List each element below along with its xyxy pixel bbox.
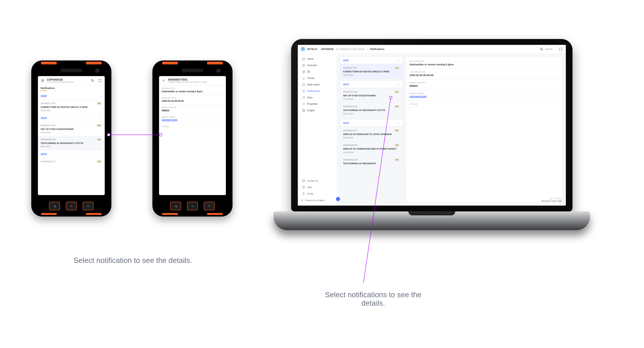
- sidebar-item-contact us[interactable]: Contact us: [299, 178, 336, 184]
- year-header[interactable]: 2020⌄: [38, 92, 105, 100]
- sidebar-item-label: Images: [307, 109, 315, 112]
- home-button[interactable]: ○: [66, 202, 77, 210]
- sidebar-item-docs[interactable]: Docs: [299, 94, 336, 101]
- sidebar-item-label: Contact us: [307, 180, 318, 182]
- work-order-link[interactable]: 000200033295: [162, 119, 223, 122]
- year-header[interactable]: 2019⌄: [340, 81, 403, 88]
- search-icon: [540, 47, 544, 51]
- chevron-right-icon: ›: [367, 48, 368, 51]
- list-icon: [302, 102, 305, 106]
- year-header[interactable]: 2018⌄: [340, 119, 403, 127]
- notification-item[interactable]: 000400061077M2: [38, 158, 105, 165]
- mail-icon: [302, 179, 305, 182]
- tab-notifications[interactable]: Notifications: [41, 87, 102, 90]
- callout-dot: [159, 133, 162, 136]
- back-button[interactable]: ◁: [170, 202, 181, 210]
- help-icon: [302, 186, 305, 189]
- year-header[interactable]: 2019⌄: [38, 114, 105, 122]
- phone-nav-buttons: ◁ ○ □: [152, 200, 232, 211]
- year-header[interactable]: 2018⌄: [38, 150, 105, 158]
- sidebar-item-trends[interactable]: Trends: [299, 75, 336, 81]
- notification-item[interactable]: 000400060456M2 DØRLÅS TIL PUMPEHOOD NDE …: [340, 142, 403, 156]
- work-order-link[interactable]: 000200033295: [410, 95, 559, 98]
- phone-screen-detail: 000400077551 Kabinettdør er nesten umuli…: [159, 76, 226, 195]
- home-icon: [302, 57, 305, 60]
- svg-point-5: [303, 110, 304, 110]
- notification-item[interactable]: 000400063783M3 TESTKJØRING AV REDUNDANT …: [340, 103, 403, 117]
- notification-item[interactable]: 000400077551M2 KABINETTDØR ER NESTEN UMU…: [340, 64, 403, 79]
- doc-icon: [302, 96, 305, 99]
- powered-by: Powered by Cognite: [298, 197, 337, 204]
- recent-button[interactable]: □: [204, 202, 215, 210]
- notification-item[interactable]: 000400071840M2 HØY DP OVER SUGESTRAINER …: [38, 122, 105, 136]
- notification-item[interactable]: 000400061077M2 DØRLÅS OG HENGSLER TIL HO…: [340, 127, 403, 142]
- asset-title: 21PA0001B OIL TRANSFER PUMP B (M310): [47, 78, 87, 83]
- rugged-phone-device: 000400077551 Kabinettdør er nesten umuli…: [152, 60, 232, 216]
- sidebar-item-label: 3D: [307, 70, 310, 73]
- year-header[interactable]: 2020⌄: [340, 57, 403, 64]
- notification-item[interactable]: 000400077551M2 KABINETTDØR ER NESTEN UMU…: [38, 100, 105, 114]
- notification-item[interactable]: 000400060126M3 TESTKJØRING AV REDUNDANT: [340, 156, 403, 167]
- brand-name: INFIELD: [307, 48, 317, 50]
- home-button[interactable]: ○: [187, 202, 198, 210]
- sidebar-item-help[interactable]: Help: [299, 184, 336, 190]
- breadcrumb-page: Notifications: [370, 48, 384, 50]
- callout-line: [109, 135, 160, 135]
- recent-button[interactable]: □: [83, 202, 94, 210]
- sidebar-item-images[interactable]: Images: [299, 107, 336, 114]
- phone-screen-notifications: 21PA0001B OIL TRANSFER PUMP B (M310) Not…: [38, 76, 105, 195]
- infield-app: INFIELD 21PA0001B OIL TRANSFER PUMP B (M…: [298, 45, 566, 206]
- sidebar-item-label: Home: [307, 58, 314, 60]
- collapse-sidebar-button[interactable]: ‹: [336, 197, 340, 201]
- clock-icon: [550, 197, 552, 200]
- user-icon: [302, 192, 305, 195]
- menu-icon[interactable]: [41, 79, 44, 83]
- sidebar: Home Overview 3D Trends Work orders Noti…: [298, 54, 337, 206]
- rugged-phone-device: 21PA0001B OIL TRANSFER PUMP B (M310) Not…: [31, 60, 111, 216]
- svg-point-2: [303, 65, 304, 66]
- detail-created-date: CREATED DATE 2020-02-26 00:00:00: [159, 95, 226, 104]
- laptop-device: INFIELD 21PA0001B OIL TRANSFER PUMP B (M…: [274, 39, 590, 230]
- search-icon[interactable]: [91, 79, 94, 83]
- last-data-indicator: Last Data Received 7 Hours Ago: [541, 197, 562, 202]
- sidebar-item-label: Notifications: [307, 90, 320, 92]
- briefcase-icon: [302, 83, 305, 86]
- cognite-icon: [301, 199, 304, 202]
- callout-dot: [107, 133, 110, 136]
- expand-icon[interactable]: [98, 79, 102, 83]
- sidebar-item-profile[interactable]: Profile: [299, 190, 336, 197]
- detail-work-order: WORK ORDER 000200033295: [159, 114, 226, 124]
- notification-item[interactable]: 000400063783M3 TESTKJØRING AV REDUNDANT …: [38, 136, 105, 150]
- svg-rect-4: [302, 109, 305, 112]
- svg-rect-3: [302, 84, 305, 86]
- detail-work-center: WORK CENTER MIMEK: [159, 104, 226, 114]
- detail-status: STATUS -: [159, 124, 226, 133]
- sidebar-item-overview[interactable]: Overview: [299, 62, 336, 68]
- search-input[interactable]: Search: [540, 47, 552, 51]
- trend-icon: [302, 77, 305, 80]
- sidebar-item-label: Overview: [307, 64, 317, 67]
- sidebar-item-3d[interactable]: 3D: [299, 69, 336, 75]
- main-content: 2020⌄ 000400077551M2 KABINETTDØR ER NEST…: [337, 54, 566, 206]
- sidebar-item-notifications[interactable]: Notifications: [299, 88, 336, 94]
- breadcrumb-asset[interactable]: 21PA0001B: [321, 48, 334, 50]
- detail-description: DESCRIPTION Kabinettdør er nesten umulig…: [159, 85, 226, 95]
- svg-point-8: [303, 193, 304, 194]
- notification-list: 2020⌄ 000400077551M2 KABINETTDØR ER NEST…: [340, 57, 403, 202]
- topbar: INFIELD 21PA0001B OIL TRANSFER PUMP B (M…: [298, 45, 566, 54]
- sidebar-item-work orders[interactable]: Work orders: [299, 82, 336, 88]
- notification-item[interactable]: 000400071840M2 HØY DP OVER SUGESTRAINER …: [340, 88, 403, 103]
- sidebar-item-home[interactable]: Home: [299, 56, 336, 62]
- detail-title: 000400077551 Kabinettdør er nesten umuli…: [168, 78, 223, 83]
- image-icon: [302, 109, 305, 112]
- back-icon[interactable]: [162, 79, 166, 83]
- sidebar-item-label: Profile: [307, 192, 314, 195]
- notification-detail-panel: DESCRIPTIONKabinettdør er nesten umulig …: [406, 57, 563, 202]
- callout-dot: [389, 96, 392, 99]
- eye-icon: [302, 64, 305, 67]
- expand-icon[interactable]: [559, 47, 563, 51]
- back-button[interactable]: ◁: [49, 202, 60, 210]
- breadcrumb-asset-sub: OIL TRANSFER PUMP B (M310): [336, 48, 365, 50]
- sidebar-item-label: Work orders: [307, 83, 320, 86]
- sidebar-item-properties[interactable]: Properties: [299, 101, 336, 107]
